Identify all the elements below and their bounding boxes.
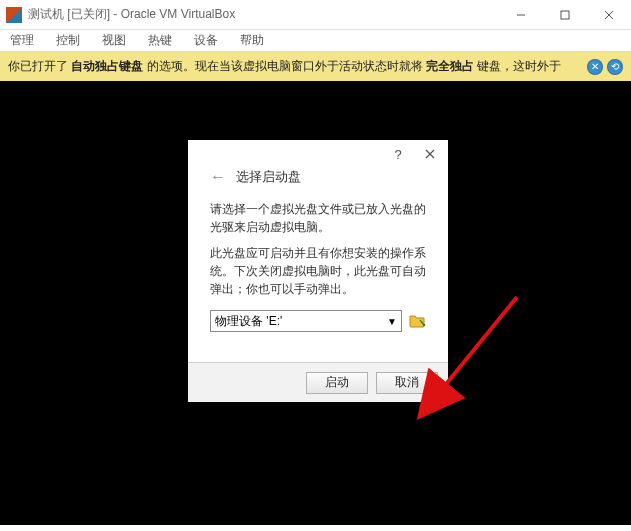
close-button[interactable]: [587, 0, 631, 29]
browse-folder-button[interactable]: [408, 312, 426, 330]
svg-rect-1: [561, 11, 569, 19]
start-button[interactable]: 启动: [306, 372, 368, 394]
menu-help[interactable]: 帮助: [236, 30, 268, 51]
minimize-button[interactable]: [499, 0, 543, 29]
menubar: 管理 控制 视图 热键 设备 帮助: [0, 30, 631, 52]
notice-info-icon[interactable]: ⟲: [607, 59, 623, 75]
virtualbox-icon: [6, 7, 22, 23]
window-controls: [499, 0, 631, 29]
dialog-body: ← 选择启动盘 请选择一个虚拟光盘文件或已放入光盘的光驱来启动虚拟电脑。 此光盘…: [188, 168, 448, 362]
dialog-title: 选择启动盘: [236, 168, 301, 186]
dialog-paragraph-1: 请选择一个虚拟光盘文件或已放入光盘的光驱来启动虚拟电脑。: [210, 200, 426, 236]
menu-devices[interactable]: 设备: [190, 30, 222, 51]
dialog-paragraph-2: 此光盘应可启动并且有你想安装的操作系统。下次关闭虚拟电脑时，此光盘可自动弹出；你…: [210, 244, 426, 298]
dialog-help-button[interactable]: ?: [382, 142, 414, 166]
maximize-button[interactable]: [543, 0, 587, 29]
cancel-button[interactable]: 取消: [376, 372, 438, 394]
dialog-close-button[interactable]: [414, 142, 446, 166]
menu-control[interactable]: 控制: [52, 30, 84, 51]
dialog-titlebar: ?: [188, 140, 448, 168]
menu-manage[interactable]: 管理: [6, 30, 38, 51]
startup-disk-dialog: ? ← 选择启动盘 请选择一个虚拟光盘文件或已放入光盘的光驱来启动虚拟电脑。 此…: [188, 140, 448, 402]
window-title: 测试机 [已关闭] - Oracle VM VirtualBox: [28, 6, 499, 23]
main-titlebar: 测试机 [已关闭] - Oracle VM VirtualBox: [0, 0, 631, 30]
back-arrow-icon[interactable]: ←: [210, 168, 226, 186]
drive-selected-value: 物理设备 'E:': [215, 313, 282, 330]
vm-display-area: ? ← 选择启动盘 请选择一个虚拟光盘文件或已放入光盘的光驱来启动虚拟电脑。 此…: [0, 81, 631, 528]
menu-view[interactable]: 视图: [98, 30, 130, 51]
menu-hotkeys[interactable]: 热键: [144, 30, 176, 51]
dialog-footer: 启动 取消: [188, 362, 448, 402]
chevron-down-icon: ▼: [387, 316, 397, 327]
svg-line-7: [442, 297, 517, 389]
drive-combobox[interactable]: 物理设备 'E:' ▼: [210, 310, 402, 332]
notice-dismiss-icon[interactable]: ✕: [587, 59, 603, 75]
bottom-edge: [0, 525, 631, 531]
notice-bar: 你已打开了 自动独占键盘 的选项。现在当该虚拟电脑窗口外于活动状态时就将 完全独…: [0, 52, 631, 81]
notice-text: 你已打开了 自动独占键盘 的选项。现在当该虚拟电脑窗口外于活动状态时就将 完全独…: [8, 58, 587, 75]
svg-point-6: [423, 324, 425, 326]
